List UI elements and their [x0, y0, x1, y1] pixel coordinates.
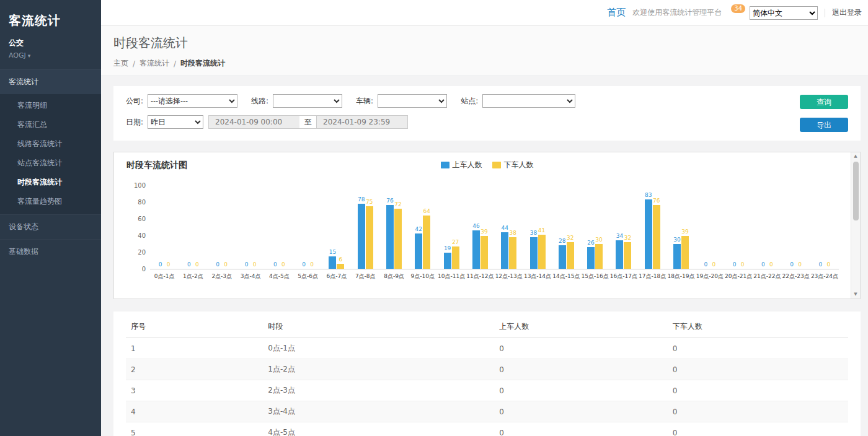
bar-value-label: 39 [480, 229, 487, 235]
sidebar-item[interactable]: 客流量趋势图 [0, 192, 101, 211]
bar [394, 209, 402, 269]
bar-value-label: 0 [245, 262, 249, 268]
bar-value-label: 0 [159, 262, 162, 268]
chart-yaxis: 020406080100 [126, 186, 150, 269]
language-select[interactable]: 简体中文 [750, 6, 818, 20]
legend-item[interactable]: 上车人数 [441, 160, 482, 170]
chart-column: 263015点-16点 [580, 186, 609, 281]
breadcrumb-home[interactable]: 主页 [113, 58, 128, 69]
legend-swatch [492, 162, 501, 168]
table-cell: 0 [668, 359, 848, 380]
bar-value-label: 46 [472, 224, 479, 229]
table-card: 序号时段上车人数下车人数 10点-1点0021点-2点0032点-3点0043点… [113, 312, 861, 436]
topbar-right: 首页 欢迎使用客流统计管理平台 34 简体中文 退出登录 [607, 6, 862, 20]
line-label: 线路: [251, 96, 268, 107]
table-row: 21点-2点00 [126, 359, 848, 380]
sidebar-item[interactable]: 站点客流统计 [0, 154, 101, 173]
x-tick-label: 9点-10点 [409, 269, 437, 281]
export-button[interactable]: 导出 [800, 118, 848, 132]
x-tick-label: 19点-20点 [696, 269, 724, 281]
x-tick-label: 3点-4点 [236, 269, 265, 281]
bar-value-label: 0 [310, 262, 314, 268]
scroll-down-icon[interactable]: ▼ [854, 290, 857, 299]
table-cell: 0 [668, 380, 848, 401]
brand-title: 客流统计 [0, 0, 101, 33]
legend-item[interactable]: 下车人数 [492, 160, 534, 170]
sidebar-section[interactable]: 基础数据 [0, 239, 101, 264]
vehicle-select[interactable] [378, 94, 447, 108]
sidebar-section[interactable]: 客流统计 [0, 69, 101, 94]
query-button[interactable]: 查询 [800, 95, 848, 109]
legend-swatch [441, 162, 450, 168]
bar-value-label: 0 [224, 262, 228, 268]
x-tick-label: 11点-12点 [466, 269, 494, 281]
notification-badge[interactable]: 34 [731, 4, 745, 13]
sidebar-item[interactable]: 线路客流统计 [0, 134, 101, 154]
company-code-label: AQGJ [9, 51, 26, 59]
bar-value-label: 0 [704, 262, 707, 268]
bar-value-label: 27 [452, 240, 459, 245]
scroll-up-icon[interactable]: ▲ [854, 152, 857, 160]
home-link[interactable]: 首页 [607, 7, 626, 19]
sidebar-item[interactable]: 客流汇总 [0, 115, 101, 134]
table-cell: 0 [494, 422, 668, 436]
data-table: 序号时段上车人数下车人数 10点-1点0021点-2点0032点-3点0043点… [126, 315, 848, 436]
breadcrumb-section[interactable]: 客流统计 [140, 58, 169, 69]
scrollbar-thumb[interactable] [853, 162, 859, 220]
bar-value-label: 76 [653, 198, 660, 204]
chart-column: 192710点-11点 [437, 186, 466, 281]
bar [472, 230, 480, 269]
chart-legend: 上车人数下车人数 [441, 160, 534, 170]
bar-value-label: 28 [559, 238, 565, 244]
sidebar-section[interactable]: 设备状态 [0, 214, 101, 239]
sidebar-menu: 客流统计客流明细客流汇总线路客流统计站点客流统计时段客流统计客流量趋势图设备状态… [0, 69, 101, 264]
bar [559, 245, 566, 269]
table-cell: 0 [494, 401, 668, 422]
station-select[interactable] [482, 94, 575, 108]
logout-link[interactable]: 退出登录 [832, 7, 862, 18]
table-body: 10点-1点0021点-2点0032点-3点0043点-4点0054点-5点00… [126, 338, 848, 436]
x-tick-label: 17点-18点 [638, 269, 666, 281]
y-tick-label: 0 [142, 266, 146, 272]
company-select[interactable]: ---请选择--- [148, 94, 237, 108]
chart-column: 303918点-19点 [666, 186, 695, 281]
bar-value-label: 38 [509, 230, 516, 236]
topbar: 首页 欢迎使用客流统计管理平台 34 简体中文 退出登录 [101, 0, 868, 26]
table-cell: 0 [494, 359, 668, 380]
date-preset-select[interactable]: 昨日 [148, 115, 203, 129]
date-start-input[interactable] [208, 115, 300, 129]
bar [329, 256, 336, 269]
sidebar-item[interactable]: 客流明细 [0, 96, 101, 115]
company-code-dropdown[interactable]: AQGJ▾ [9, 51, 92, 59]
table-row: 32点-3点00 [126, 380, 848, 401]
bar-value-label: 0 [798, 262, 802, 268]
bar-value-label: 41 [538, 228, 545, 233]
chart-column: 0023点-24点 [810, 186, 839, 281]
table-cell: 1点-2点 [263, 359, 494, 380]
date-end-input[interactable] [316, 115, 408, 129]
bar [587, 247, 595, 269]
table-header-cell: 下车人数 [668, 315, 848, 338]
x-tick-label: 23点-24点 [810, 269, 839, 281]
x-tick-label: 18点-19点 [666, 269, 695, 281]
bar-value-label: 75 [366, 199, 373, 205]
bar-value-label: 0 [253, 262, 257, 268]
bar-value-label: 0 [167, 262, 170, 268]
x-tick-label: 15点-16点 [580, 269, 609, 281]
sidebar-item[interactable]: 时段客流统计 [0, 173, 101, 192]
bar-value-label: 42 [415, 227, 422, 232]
chart-column: 283214点-15点 [552, 186, 580, 281]
chart-scrollbar[interactable]: ▲ ▼ [851, 152, 860, 299]
bar-value-label: 0 [302, 262, 306, 268]
table-header-cell: 上车人数 [494, 315, 668, 338]
bar [616, 240, 623, 269]
line-select[interactable] [273, 94, 342, 108]
chart-column: 343216点-17点 [609, 186, 638, 281]
table-cell: 3点-4点 [263, 401, 494, 422]
legend-label: 上车人数 [453, 160, 482, 170]
station-label: 站点: [461, 96, 478, 107]
table-cell: 4 [126, 401, 263, 422]
x-tick-label: 1点-2点 [179, 269, 207, 281]
bar-value-label: 0 [187, 262, 191, 268]
table-cell: 0 [668, 401, 848, 422]
